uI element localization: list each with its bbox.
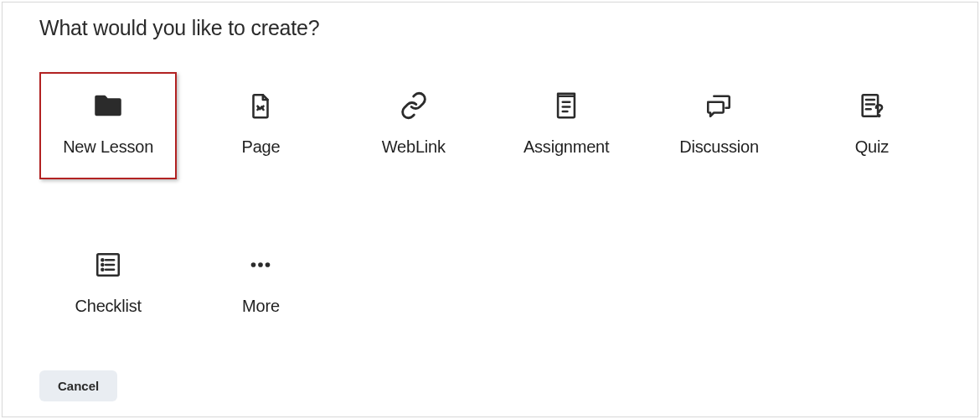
svg-point-18: [266, 262, 271, 267]
option-discussion[interactable]: Discussion: [650, 72, 787, 179]
svg-point-8: [878, 115, 879, 116]
discussion-icon: [704, 89, 733, 122]
cancel-button[interactable]: Cancel: [39, 370, 117, 401]
option-assignment[interactable]: Assignment: [498, 72, 635, 179]
svg-point-14: [102, 269, 104, 271]
option-grid: New Lesson Page: [39, 72, 941, 339]
dialog-footer: Cancel: [39, 370, 117, 401]
option-quiz[interactable]: Quiz: [803, 72, 941, 179]
page-icon: [246, 89, 275, 122]
dialog-title: What would you like to create?: [39, 16, 941, 40]
option-weblink[interactable]: WebLink: [345, 72, 482, 179]
create-dialog: What would you like to create? New Lesso…: [2, 2, 978, 417]
option-label: New Lesson: [63, 137, 153, 157]
option-label: Checklist: [75, 297, 141, 316]
option-label: Page: [242, 137, 281, 157]
folder-icon: [90, 89, 126, 122]
svg-point-17: [259, 262, 264, 267]
option-label: Discussion: [679, 137, 759, 157]
checklist-icon: [94, 248, 122, 282]
option-checklist[interactable]: Checklist: [39, 231, 177, 339]
svg-point-16: [251, 262, 256, 267]
option-page[interactable]: Page: [192, 72, 329, 179]
option-new-lesson[interactable]: New Lesson: [39, 72, 177, 179]
option-label: More: [242, 297, 280, 316]
quiz-icon: [858, 89, 886, 122]
option-label: Assignment: [524, 137, 610, 157]
more-icon: [246, 248, 275, 282]
option-label: Quiz: [855, 137, 889, 157]
svg-point-12: [102, 264, 104, 266]
option-more[interactable]: More: [192, 231, 329, 339]
svg-point-10: [102, 259, 104, 261]
option-label: WebLink: [382, 137, 446, 157]
link-icon: [400, 89, 428, 122]
assignment-icon: [552, 89, 580, 122]
